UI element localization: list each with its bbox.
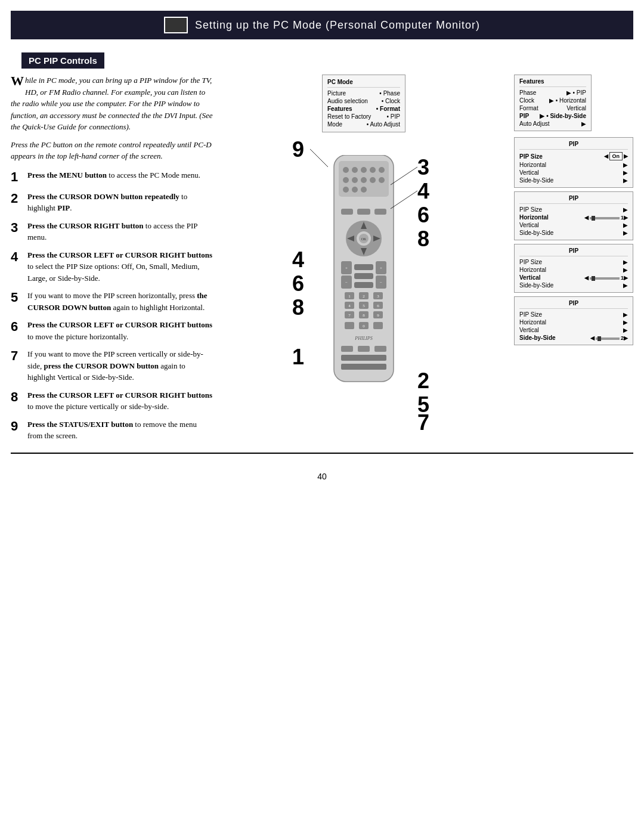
- pip-vertical-arrow-2: ▶: [623, 222, 628, 228]
- pip-panel-3-title: PIP: [519, 247, 628, 254]
- f-format-value: Vertical: [566, 105, 586, 112]
- step-text-8: Press the CURSOR LEFT or CURSOR RIGHT bu…: [27, 389, 213, 413]
- step-number-4: 4: [11, 249, 23, 265]
- pip-horizontal-arrow: ▶: [623, 162, 628, 168]
- step-3: 3 Press the CURSOR RIGHT button to acces…: [11, 220, 213, 243]
- svg-rect-34: [354, 264, 373, 270]
- pip-row-horizontal-4: Horizontal ▶: [519, 318, 628, 326]
- pc-mode-menu: PC Mode Picture • Phase Audio selection …: [322, 75, 405, 132]
- number-3-label: 3: [417, 155, 429, 180]
- features-menu-title: Features: [519, 78, 586, 85]
- steps-list: 1 Press the MENU button to access the PC…: [11, 169, 213, 442]
- svg-text:7: 7: [348, 313, 351, 318]
- menu-row: Reset to Factory • PIP: [327, 113, 400, 120]
- pip-size-label: PIP Size: [519, 153, 543, 160]
- svg-rect-62: [374, 346, 386, 352]
- svg-rect-55: [345, 322, 354, 329]
- pip-horizontal-label-4: Horizontal: [519, 319, 546, 326]
- svg-text:0: 0: [363, 324, 365, 329]
- svg-line-65: [310, 149, 328, 167]
- svg-rect-35: [354, 273, 373, 279]
- page-number: 40: [0, 472, 644, 481]
- pip-row-vertical-4: Vertical ▶: [519, 326, 628, 334]
- step-number-1: 1: [11, 169, 23, 185]
- features-row-phase: Phase ▶ • PIP: [519, 89, 586, 97]
- pip-panel-4-title: PIP: [519, 300, 628, 306]
- svg-point-14: [361, 187, 367, 193]
- intro-paragraph: While in PC mode, you can bring up a PIP…: [11, 75, 213, 133]
- pip-row-horizontal-1: Horizontal ▶: [519, 161, 628, 169]
- svg-point-10: [370, 177, 376, 183]
- svg-text:OK: OK: [361, 237, 367, 241]
- section-title: PC PIP Controls: [21, 52, 104, 69]
- svg-text:5: 5: [363, 304, 365, 308]
- right-column: Features Phase ▶ • PIP Clock ▶ • Horizon…: [514, 75, 633, 448]
- step-text-3: Press the CURSOR RIGHT button to access …: [27, 220, 213, 243]
- pip-size-label-2: PIP Size: [519, 206, 542, 213]
- pip-horizontal-arrow-3: ▶: [623, 267, 628, 273]
- pip-row-horizontal-3: Horizontal ▶: [519, 266, 628, 274]
- step-number-7: 7: [11, 348, 23, 364]
- pip-vertical-slider: ◀ 1▶: [584, 275, 628, 281]
- page-title: Setting up the PC Mode (Personal Compute…: [195, 19, 480, 32]
- step-number-3: 3: [11, 220, 23, 236]
- number-6-left-label: 6: [292, 271, 304, 296]
- svg-rect-61: [358, 346, 370, 352]
- pip-vertical-bold-3: Vertical: [519, 274, 541, 281]
- step-2: 2 Press the CURSOR DOWN button repeatedl…: [11, 191, 213, 214]
- number-6-label: 6: [417, 203, 429, 228]
- pip-sidebyside-arrow-3: ▶: [623, 282, 628, 289]
- step-8: 8 Press the CURSOR LEFT or CURSOR RIGHT …: [11, 389, 213, 413]
- svg-point-3: [352, 167, 358, 173]
- intro-paragraph-2: Press the PC button on the remote contro…: [11, 139, 213, 162]
- menu-row-features: Features • Format: [327, 105, 400, 113]
- pc-mode-menu-title: PC Mode: [327, 79, 400, 85]
- pip-size-on-control: ◀ On ▶: [604, 152, 628, 160]
- f-autoadjust-value: ▶: [581, 120, 586, 127]
- f-pip-label: PIP: [519, 113, 529, 119]
- pip-panel-1-title: PIP: [519, 141, 628, 147]
- features-row-clock: Clock ▶ • Horizontal: [519, 97, 586, 104]
- pip-panel-3: PIP PIP Size ▶ Horizontal ▶ Vertical ◀ 1…: [514, 244, 633, 293]
- pip-size-arrow-3: ▶: [623, 259, 628, 265]
- step-text-7: If you want to move the PIP screen verti…: [27, 348, 213, 383]
- menu-item-autoadjust: • Auto Adjust: [367, 121, 400, 128]
- pip-sidebyside-slider: ◀ 2▶: [590, 335, 628, 341]
- number-2-label: 2: [417, 368, 429, 394]
- pip-row-size-on: PIP Size ◀ On ▶: [519, 151, 628, 161]
- number-8-label: 8: [417, 227, 429, 252]
- page-divider: [11, 453, 633, 454]
- number-4-left-label: 4: [292, 247, 304, 272]
- menu-item-features: Features: [327, 106, 352, 112]
- svg-rect-64: [341, 364, 386, 370]
- menu-item-pip: • PIP: [387, 113, 400, 120]
- pip-row-size-2: PIP Size ▶: [519, 206, 628, 213]
- pip-size-arrow-2: ▶: [623, 206, 628, 213]
- pip-horizontal-bold: Horizontal: [519, 214, 549, 221]
- svg-rect-24: [357, 209, 370, 215]
- svg-rect-63: [341, 355, 386, 361]
- svg-text:PHILIPS: PHILIPS: [354, 336, 372, 341]
- pip-horizontal-arrow-4: ▶: [623, 319, 628, 326]
- remote-area: 9 3 4 6 8 4 6 8 1 2 5 7: [292, 137, 435, 435]
- features-row-autoadjust: Auto Adjust ▶: [519, 120, 586, 128]
- svg-point-11: [379, 177, 385, 183]
- pip-row-sidebyside-3: Side-by-Side ▶: [519, 281, 628, 289]
- number-1-label: 1: [292, 345, 304, 370]
- pip-row-sidebyside-2: Side-by-Side ▶: [519, 229, 628, 237]
- pip-size-label-4: PIP Size: [519, 311, 542, 318]
- pip-row-vertical-2: Vertical ▶: [519, 221, 628, 229]
- svg-point-13: [352, 187, 358, 193]
- svg-text:2: 2: [363, 294, 365, 299]
- features-row-pip: PIP ▶ • Side-by-Side: [519, 112, 586, 120]
- step-text-4: Press the CURSOR LEFT or CURSOR RIGHT bu…: [27, 249, 213, 284]
- svg-point-12: [343, 187, 349, 193]
- number-4-label: 4: [417, 179, 429, 204]
- step-text-2: Press the CURSOR DOWN button repeatedly …: [27, 191, 213, 214]
- svg-text:−: −: [380, 280, 382, 285]
- svg-point-9: [361, 177, 367, 183]
- menu-row: Picture • Phase: [327, 89, 400, 97]
- svg-rect-25: [374, 209, 386, 215]
- svg-text:−: −: [345, 280, 348, 285]
- menu-item-picture: Picture: [327, 90, 346, 97]
